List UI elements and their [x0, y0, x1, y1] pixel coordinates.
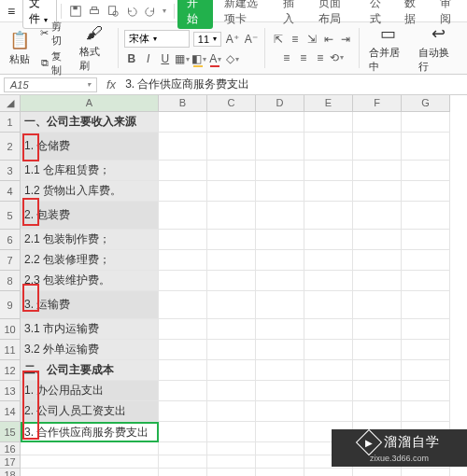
row-head[interactable]: 16	[0, 442, 21, 455]
row-head[interactable]: 4	[0, 181, 21, 202]
col-head-E[interactable]: E	[304, 95, 353, 112]
cell[interactable]	[353, 133, 402, 161]
cell[interactable]	[207, 133, 256, 161]
cell[interactable]	[207, 161, 256, 181]
cell[interactable]	[402, 181, 450, 202]
cell[interactable]	[304, 202, 353, 230]
cell[interactable]	[353, 230, 402, 250]
align-center-icon[interactable]: ≡	[296, 50, 311, 65]
row-head[interactable]: 6	[0, 230, 21, 250]
cell[interactable]	[402, 340, 450, 360]
cell[interactable]	[207, 291, 256, 319]
cell[interactable]	[402, 133, 450, 161]
cell[interactable]	[256, 422, 304, 442]
cell[interactable]	[21, 469, 159, 476]
cell[interactable]	[402, 202, 450, 230]
cell[interactable]	[353, 161, 402, 181]
more-font-icon[interactable]: ◇	[225, 51, 240, 66]
cell[interactable]	[353, 469, 402, 476]
border-icon[interactable]: ▦	[175, 51, 190, 66]
cell[interactable]: 2. 包装费	[21, 202, 159, 230]
cell[interactable]	[304, 360, 353, 381]
cell[interactable]	[159, 161, 207, 181]
cell[interactable]	[159, 422, 207, 442]
row-head[interactable]: 12	[0, 360, 21, 381]
row-head[interactable]: 14	[0, 401, 21, 422]
col-head-A[interactable]: A	[21, 95, 159, 112]
cell[interactable]	[159, 271, 207, 291]
cell[interactable]	[304, 271, 353, 291]
cell[interactable]	[207, 181, 256, 202]
cell[interactable]: 3. 合作供应商服务费支出	[21, 422, 159, 442]
cell[interactable]	[159, 455, 207, 469]
decrease-font-icon[interactable]: A⁻	[244, 32, 259, 47]
cell[interactable]	[159, 250, 207, 271]
cell[interactable]	[207, 202, 256, 230]
spreadsheet-grid[interactable]: ◢ A B C D E F G 1 一、公司主要收入来源2 1. 仓储费31.1…	[0, 95, 467, 476]
font-size-combo[interactable]: 11▾	[193, 32, 221, 47]
underline-icon[interactable]: U	[158, 51, 173, 66]
col-head-C[interactable]: C	[207, 95, 256, 112]
save-icon[interactable]	[69, 5, 82, 18]
app-menu[interactable]: ≡	[4, 2, 19, 21]
cell[interactable]: 2.2 包装修理费；	[21, 250, 159, 271]
row-head[interactable]: 11	[0, 340, 21, 360]
fx-icon[interactable]: fx	[101, 77, 121, 91]
cell[interactable]	[304, 161, 353, 181]
cell[interactable]	[353, 271, 402, 291]
cell[interactable]	[353, 112, 402, 133]
cell[interactable]	[304, 401, 353, 422]
cell[interactable]: 1.2 货物出入库费。	[21, 181, 159, 202]
cell[interactable]	[159, 469, 207, 476]
row-head[interactable]: 5	[0, 202, 21, 230]
cell[interactable]	[159, 291, 207, 319]
cell[interactable]	[256, 133, 304, 161]
cell[interactable]	[256, 271, 304, 291]
row-head[interactable]: 7	[0, 250, 21, 271]
row-head[interactable]: 13	[0, 381, 21, 401]
print-icon[interactable]	[88, 5, 101, 18]
cell[interactable]	[256, 442, 304, 455]
align-right-icon[interactable]: ≡	[313, 50, 328, 65]
cell[interactable]	[256, 469, 304, 476]
cell[interactable]	[304, 381, 353, 401]
cell[interactable]	[402, 112, 450, 133]
row-head[interactable]: 18	[0, 469, 21, 476]
cell[interactable]	[353, 250, 402, 271]
cell[interactable]	[353, 381, 402, 401]
cell[interactable]	[207, 340, 256, 360]
cell[interactable]: 1.1 仓库租赁费；	[21, 161, 159, 181]
align-left-icon[interactable]: ≡	[279, 50, 294, 65]
cell[interactable]	[207, 319, 256, 340]
cell[interactable]	[207, 401, 256, 422]
font-name-combo[interactable]: 宋体▾	[124, 30, 190, 48]
row-head[interactable]: 17	[0, 455, 21, 469]
row-head[interactable]: 3	[0, 161, 21, 181]
cell[interactable]	[207, 442, 256, 455]
cell[interactable]: 1. 仓储费	[21, 133, 159, 161]
cell[interactable]	[353, 291, 402, 319]
cell[interactable]	[304, 181, 353, 202]
cell[interactable]	[256, 161, 304, 181]
cell[interactable]	[256, 455, 304, 469]
qat-dropdown-icon[interactable]: ▾	[163, 7, 166, 15]
format-painter-button[interactable]: 🖌 格式刷	[76, 21, 112, 75]
formula-bar[interactable]: 3. 合作供应商服务费支出	[121, 76, 467, 93]
cell[interactable]	[256, 340, 304, 360]
select-all-corner[interactable]: ◢	[0, 95, 21, 112]
cell[interactable]: 2. 公司人员工资支出	[21, 401, 159, 422]
cell[interactable]	[353, 319, 402, 340]
cell[interactable]	[207, 455, 256, 469]
paste-button[interactable]: 📋 粘贴	[6, 28, 34, 68]
cell[interactable]	[256, 381, 304, 401]
name-box[interactable]: A15▾	[4, 77, 97, 92]
indent-decrease-icon[interactable]: ⇤	[321, 32, 336, 47]
cell[interactable]: 3.1 市内运输费	[21, 319, 159, 340]
cell[interactable]	[256, 401, 304, 422]
cell[interactable]	[159, 133, 207, 161]
cell[interactable]	[353, 360, 402, 381]
cell[interactable]	[353, 181, 402, 202]
row-head[interactable]: 15	[0, 422, 21, 442]
cell[interactable]	[21, 455, 159, 469]
row-head[interactable]: 2	[0, 133, 21, 161]
